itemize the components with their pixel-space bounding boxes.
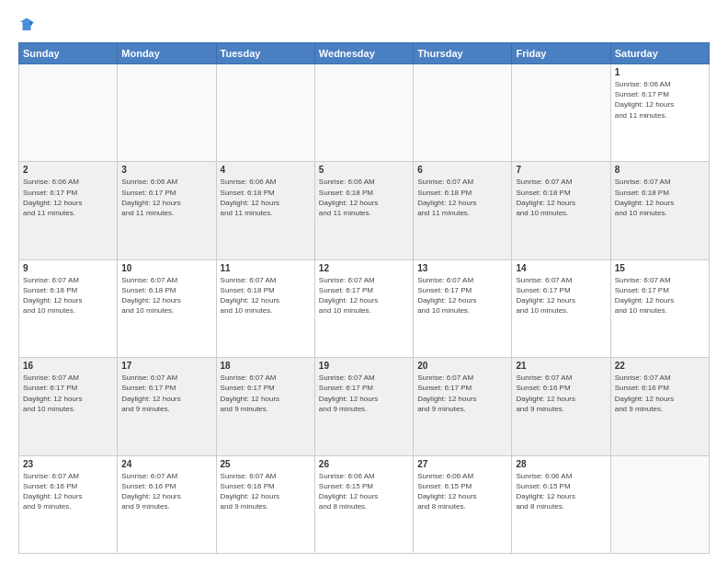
day-info: Sunrise: 6:07 AM Sunset: 6:17 PM Dayligh… [319, 275, 409, 316]
col-header-sunday: Sunday [19, 43, 118, 64]
calendar-day: 19Sunrise: 6:07 AM Sunset: 6:17 PM Dayli… [314, 358, 413, 455]
day-number: 15 [615, 263, 705, 273]
day-info: Sunrise: 6:07 AM Sunset: 6:17 PM Dayligh… [615, 275, 705, 316]
col-header-saturday: Saturday [610, 43, 709, 64]
day-info: Sunrise: 6:07 AM Sunset: 6:16 PM Dayligh… [121, 471, 211, 512]
day-info: Sunrise: 6:07 AM Sunset: 6:16 PM Dayligh… [615, 373, 705, 414]
calendar-day: 6Sunrise: 6:07 AM Sunset: 6:18 PM Daylig… [414, 162, 512, 259]
day-number: 19 [319, 361, 409, 371]
calendar-day: 21Sunrise: 6:07 AM Sunset: 6:16 PM Dayli… [512, 358, 610, 455]
day-info: Sunrise: 6:07 AM Sunset: 6:18 PM Dayligh… [221, 275, 311, 316]
logo [18, 17, 42, 33]
calendar-header-row: SundayMondayTuesdayWednesdayThursdayFrid… [19, 43, 710, 64]
day-number: 11 [221, 263, 311, 273]
calendar-day [512, 64, 610, 162]
day-number: 24 [121, 459, 211, 469]
calendar-day: 12Sunrise: 6:07 AM Sunset: 6:17 PM Dayli… [314, 259, 413, 357]
calendar-table: SundayMondayTuesdayWednesdayThursdayFrid… [18, 42, 710, 554]
calendar-day: 2Sunrise: 6:06 AM Sunset: 6:17 PM Daylig… [19, 162, 118, 259]
logo-icon [18, 17, 35, 33]
calendar-day: 14Sunrise: 6:07 AM Sunset: 6:17 PM Dayli… [512, 259, 610, 357]
day-info: Sunrise: 6:07 AM Sunset: 6:18 PM Dayligh… [615, 177, 705, 218]
day-number: 18 [221, 361, 311, 371]
calendar-day: 10Sunrise: 6:07 AM Sunset: 6:18 PM Dayli… [118, 259, 216, 357]
calendar-day [118, 64, 216, 162]
calendar-day: 28Sunrise: 6:06 AM Sunset: 6:15 PM Dayli… [512, 455, 610, 553]
calendar-day: 9Sunrise: 6:07 AM Sunset: 6:18 PM Daylig… [19, 259, 118, 357]
calendar-week-2: 2Sunrise: 6:06 AM Sunset: 6:17 PM Daylig… [19, 162, 710, 259]
calendar-day: 4Sunrise: 6:06 AM Sunset: 6:18 PM Daylig… [216, 162, 314, 259]
day-number: 21 [516, 361, 606, 371]
day-info: Sunrise: 6:07 AM Sunset: 6:17 PM Dayligh… [516, 275, 606, 316]
calendar-day: 27Sunrise: 6:06 AM Sunset: 6:15 PM Dayli… [414, 455, 512, 553]
day-number: 9 [23, 263, 113, 273]
calendar-day: 26Sunrise: 6:06 AM Sunset: 6:15 PM Dayli… [314, 455, 413, 553]
calendar-day: 3Sunrise: 6:06 AM Sunset: 6:17 PM Daylig… [118, 162, 216, 259]
calendar-day [19, 64, 118, 162]
day-info: Sunrise: 6:06 AM Sunset: 6:17 PM Dayligh… [615, 79, 705, 121]
calendar-day [610, 455, 709, 553]
day-number: 14 [516, 263, 606, 273]
calendar-day: 16Sunrise: 6:07 AM Sunset: 6:17 PM Dayli… [19, 358, 118, 455]
calendar-day: 11Sunrise: 6:07 AM Sunset: 6:18 PM Dayli… [216, 259, 314, 357]
day-info: Sunrise: 6:07 AM Sunset: 6:18 PM Dayligh… [417, 177, 507, 218]
day-info: Sunrise: 6:07 AM Sunset: 6:16 PM Dayligh… [23, 471, 113, 512]
day-info: Sunrise: 6:07 AM Sunset: 6:18 PM Dayligh… [121, 275, 211, 316]
calendar-day: 22Sunrise: 6:07 AM Sunset: 6:16 PM Dayli… [610, 358, 709, 455]
day-info: Sunrise: 6:06 AM Sunset: 6:17 PM Dayligh… [121, 177, 211, 218]
day-number: 17 [121, 361, 211, 371]
day-info: Sunrise: 6:07 AM Sunset: 6:18 PM Dayligh… [23, 275, 113, 316]
calendar-day [216, 64, 314, 162]
day-info: Sunrise: 6:06 AM Sunset: 6:15 PM Dayligh… [417, 471, 507, 512]
calendar-day: 1Sunrise: 6:06 AM Sunset: 6:17 PM Daylig… [610, 64, 709, 162]
calendar-page: SundayMondayTuesdayWednesdayThursdayFrid… [0, 0, 728, 563]
calendar-day: 7Sunrise: 6:07 AM Sunset: 6:18 PM Daylig… [512, 162, 610, 259]
header [18, 17, 710, 33]
calendar-week-5: 23Sunrise: 6:07 AM Sunset: 6:16 PM Dayli… [19, 455, 710, 553]
day-number: 8 [615, 165, 705, 175]
calendar-day: 15Sunrise: 6:07 AM Sunset: 6:17 PM Dayli… [610, 259, 709, 357]
day-info: Sunrise: 6:07 AM Sunset: 6:17 PM Dayligh… [319, 373, 409, 414]
calendar-day: 18Sunrise: 6:07 AM Sunset: 6:17 PM Dayli… [216, 358, 314, 455]
calendar-day [314, 64, 413, 162]
day-number: 23 [23, 459, 113, 469]
day-info: Sunrise: 6:07 AM Sunset: 6:17 PM Dayligh… [221, 373, 311, 414]
day-number: 4 [221, 165, 311, 175]
day-number: 16 [23, 361, 113, 371]
day-number: 26 [319, 459, 409, 469]
calendar-day: 24Sunrise: 6:07 AM Sunset: 6:16 PM Dayli… [118, 455, 216, 553]
col-header-thursday: Thursday [414, 43, 512, 64]
calendar-day: 25Sunrise: 6:07 AM Sunset: 6:16 PM Dayli… [216, 455, 314, 553]
calendar-week-1: 1Sunrise: 6:06 AM Sunset: 6:17 PM Daylig… [19, 64, 710, 162]
day-info: Sunrise: 6:06 AM Sunset: 6:18 PM Dayligh… [221, 177, 311, 218]
day-number: 5 [319, 165, 409, 175]
day-info: Sunrise: 6:06 AM Sunset: 6:17 PM Dayligh… [23, 177, 113, 218]
day-info: Sunrise: 6:07 AM Sunset: 6:17 PM Dayligh… [417, 275, 507, 316]
day-number: 1 [615, 67, 705, 77]
calendar-day: 8Sunrise: 6:07 AM Sunset: 6:18 PM Daylig… [610, 162, 709, 259]
day-info: Sunrise: 6:07 AM Sunset: 6:17 PM Dayligh… [417, 373, 507, 414]
calendar-day: 20Sunrise: 6:07 AM Sunset: 6:17 PM Dayli… [414, 358, 512, 455]
day-number: 27 [417, 459, 507, 469]
day-number: 25 [221, 459, 311, 469]
day-info: Sunrise: 6:07 AM Sunset: 6:17 PM Dayligh… [23, 373, 113, 414]
day-number: 13 [417, 263, 507, 273]
col-header-tuesday: Tuesday [216, 43, 314, 64]
calendar-day: 23Sunrise: 6:07 AM Sunset: 6:16 PM Dayli… [19, 455, 118, 553]
day-number: 20 [417, 361, 507, 371]
day-info: Sunrise: 6:07 AM Sunset: 6:16 PM Dayligh… [516, 373, 606, 414]
col-header-wednesday: Wednesday [314, 43, 413, 64]
day-number: 7 [516, 165, 606, 175]
calendar-day: 5Sunrise: 6:06 AM Sunset: 6:18 PM Daylig… [314, 162, 413, 259]
calendar-week-3: 9Sunrise: 6:07 AM Sunset: 6:18 PM Daylig… [19, 259, 710, 357]
day-number: 22 [615, 361, 705, 371]
col-header-friday: Friday [512, 43, 610, 64]
day-info: Sunrise: 6:07 AM Sunset: 6:18 PM Dayligh… [516, 177, 606, 218]
day-number: 6 [417, 165, 507, 175]
calendar-day: 17Sunrise: 6:07 AM Sunset: 6:17 PM Dayli… [118, 358, 216, 455]
day-number: 28 [516, 459, 606, 469]
day-info: Sunrise: 6:07 AM Sunset: 6:16 PM Dayligh… [221, 471, 311, 512]
day-number: 10 [121, 263, 211, 273]
day-number: 12 [319, 263, 409, 273]
day-number: 2 [23, 165, 113, 175]
